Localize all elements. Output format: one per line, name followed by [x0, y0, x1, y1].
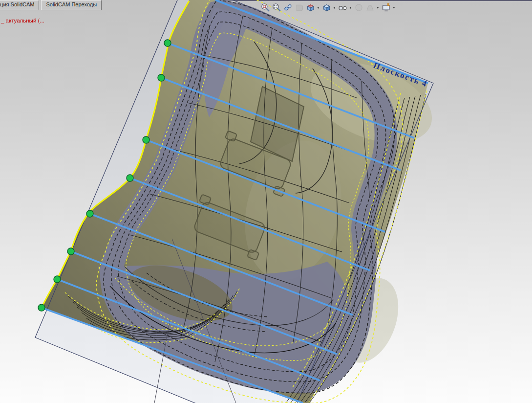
sketch-point[interactable] — [127, 175, 133, 181]
zoom-to-area-icon — [272, 3, 281, 12]
sketch-point[interactable] — [143, 136, 149, 143]
sketch-point[interactable] — [164, 40, 171, 46]
section-view-button[interactable] — [305, 2, 316, 13]
previous-view-button[interactable] — [294, 2, 305, 13]
view-toolbar: ▾ ▾ ▾ ▾ — [260, 2, 397, 13]
command-tabs: ация SolidCAM SolidCAM Переходы — [0, 0, 102, 10]
rotate-view-button[interactable] — [282, 2, 294, 13]
rotate-view-icon — [283, 3, 293, 12]
apply-scene-icon — [365, 3, 375, 12]
display-style-icon — [338, 3, 347, 12]
zoom-to-fit-icon — [261, 3, 270, 12]
apply-scene-dropdown-arrow[interactable]: ▾ — [376, 6, 380, 10]
view-orientation-icon — [322, 3, 331, 12]
graphics-area[interactable]: Плоскость 4 — [0, 0, 532, 403]
zoom-to-area-button[interactable] — [271, 2, 282, 13]
sketch-point[interactable] — [54, 276, 61, 283]
previous-view-icon — [295, 3, 304, 12]
view-settings-button[interactable] — [381, 2, 392, 13]
tab-solidcam[interactable]: ация SolidCAM — [0, 0, 39, 10]
sketch-point[interactable] — [86, 210, 93, 217]
status-text: _ актуальный (... — [1, 18, 44, 23]
solidworks-window: ация SolidCAM SolidCAM Переходы _ актуал… — [0, 0, 532, 403]
sketch-point[interactable] — [38, 304, 45, 311]
apply-scene-button[interactable] — [364, 2, 376, 13]
view-orientation-button[interactable] — [321, 2, 332, 13]
sketch-point[interactable] — [158, 74, 165, 81]
view-orientation-dropdown-arrow[interactable]: ▾ — [332, 6, 337, 10]
display-style-dropdown-arrow[interactable]: ▾ — [348, 6, 353, 10]
section-view-dropdown-arrow[interactable]: ▾ — [316, 6, 320, 10]
edit-appearance-icon — [354, 3, 363, 12]
display-style-button[interactable] — [337, 2, 348, 13]
sketch-point[interactable] — [67, 248, 74, 255]
edit-appearance-button[interactable] — [353, 2, 364, 13]
view-settings-dropdown-arrow[interactable]: ▾ — [392, 6, 396, 10]
section-view-icon — [306, 3, 315, 12]
view-settings-icon — [382, 3, 391, 12]
tab-solidcam-operations[interactable]: SolidCAM Переходы — [41, 0, 102, 10]
zoom-to-fit-button[interactable] — [260, 2, 271, 13]
